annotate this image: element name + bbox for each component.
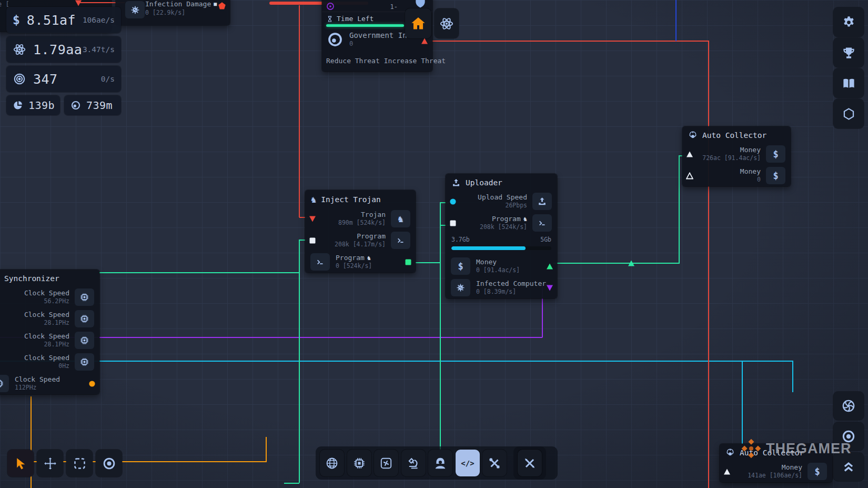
row-label: Money — [740, 167, 761, 176]
corner-chevrons-up-button[interactable] — [833, 453, 864, 481]
chip-icon-button[interactable] — [75, 353, 94, 371]
input-port-tri-up[interactable] — [686, 172, 693, 180]
input-port-tri-up[interactable] — [723, 468, 731, 475]
node-inject-trojan[interactable]: ♞Inject TrojanTrojan890m [524k/s]♞Progra… — [305, 190, 416, 273]
resource-counter-eye[interactable]: 739m — [64, 95, 121, 115]
circle-target-icon — [841, 429, 856, 444]
node-infection-damage[interactable]: Infection Damage ■ 0 [22.9k/s] — [116, 0, 230, 25]
row-label: Upload Speed — [478, 193, 527, 202]
sidebar-hexagon-button[interactable] — [833, 99, 864, 128]
corner-circle-target-button[interactable] — [833, 422, 864, 451]
node-synchronizer[interactable]: SynchronizerClock Speed56.2PHzClock Spee… — [0, 270, 99, 394]
toolbar-design-button[interactable] — [518, 450, 542, 476]
resource-value: 1.79aa — [33, 42, 82, 57]
toolbar-tools-button[interactable] — [482, 450, 507, 476]
hexagon-icon — [842, 107, 856, 121]
row-label: Money — [740, 146, 761, 155]
tool-cursor-button[interactable] — [7, 450, 34, 477]
atom-quick-button[interactable] — [435, 8, 459, 38]
wire-vertical — [679, 155, 680, 263]
tool-move-button[interactable] — [37, 450, 63, 477]
input-port-circle[interactable] — [449, 198, 457, 205]
sidebar-gear-button[interactable] — [833, 7, 864, 37]
node-title-bar[interactable]: Uploader — [446, 174, 557, 191]
input-port-square[interactable] — [309, 237, 316, 244]
resource-rate: 3.47t/s — [83, 45, 115, 54]
increase-threat-button[interactable]: Increase Threat — [383, 54, 447, 68]
resource-rate: 106ae/s — [83, 16, 115, 24]
output-port-circle[interactable] — [88, 380, 96, 387]
node-title-bar[interactable]: Auto Collector — [720, 444, 832, 461]
dollar-icon-button[interactable]: $ — [451, 257, 470, 275]
toolbar-globe-button[interactable] — [320, 450, 344, 476]
dollar-icon-button[interactable]: $ — [766, 145, 785, 163]
toolbar-hacker-button[interactable] — [428, 450, 452, 476]
eye-icon — [70, 100, 81, 111]
shield-icon — [413, 0, 427, 9]
sidebar-book-button[interactable] — [833, 68, 864, 98]
chevrons-up-icon — [841, 460, 856, 474]
dollar-icon-button[interactable]: $ — [766, 167, 785, 184]
toolbar-fan-button[interactable] — [374, 450, 398, 476]
chip-icon-button[interactable] — [75, 288, 94, 306]
row-label: Clock Speed — [24, 332, 69, 341]
virus-icon-button[interactable] — [125, 1, 145, 18]
node-title-bar[interactable]: Synchronizer — [0, 270, 99, 286]
row-value: 0Hz — [58, 362, 69, 370]
resource-counter-atom[interactable]: 1.79aa3.47t/s — [6, 36, 121, 63]
row-label: Clock Speed — [15, 375, 60, 384]
knight-icon-button[interactable]: ♞ — [391, 210, 410, 227]
output-port-tri-down[interactable] — [546, 284, 553, 292]
upload-icon — [451, 178, 461, 187]
hourglass-icon — [326, 15, 334, 23]
input-port-tri-up[interactable] — [686, 151, 693, 158]
wire-vertical — [266, 437, 267, 462]
upload-icon-button[interactable] — [532, 193, 552, 210]
progress-fill — [451, 246, 526, 250]
shutter-icon — [841, 399, 856, 413]
dollar-icon-button[interactable]: $ — [808, 463, 827, 480]
progress-track — [451, 246, 551, 250]
row-value: 28.1PHz — [44, 319, 69, 327]
toolbar-microscope-button[interactable] — [401, 450, 426, 476]
purple-status-icon — [326, 2, 335, 11]
reduce-threat-button[interactable]: Reduce Threat — [325, 54, 381, 68]
row-label: Trojan — [361, 211, 386, 220]
virus-icon-button[interactable] — [451, 279, 470, 296]
output-port-tri-up[interactable] — [546, 263, 553, 270]
resource-counter-target[interactable]: 3470/s — [6, 66, 121, 92]
terminal-icon-button[interactable] — [391, 232, 410, 249]
node-auto-collector-top[interactable]: Auto CollectorMoney726ac [91.4ac/s]$Mone… — [682, 126, 791, 186]
knight-icon: ♞ — [311, 194, 316, 205]
toolbar-chip-button[interactable] — [347, 450, 371, 476]
wire-vertical — [675, 0, 677, 41]
node-title: Uploader — [466, 178, 502, 187]
resource-counter-dollar[interactable]: $8.51af106ae/s — [6, 7, 121, 33]
terminal-icon-button[interactable] — [532, 214, 552, 232]
sidebar-trophy-button[interactable] — [833, 38, 864, 67]
input-port-tri-down[interactable] — [309, 215, 316, 223]
corner-shutter-button[interactable] — [833, 392, 864, 420]
node-uploader[interactable]: UploaderUpload Speed26PbpsProgram♞208k [… — [446, 174, 557, 298]
resource-counter-pie[interactable]: 139b — [6, 95, 60, 115]
wire-vertical — [299, 240, 300, 483]
output-port-square[interactable] — [405, 258, 412, 266]
tools-icon — [488, 456, 501, 470]
chip-icon-button[interactable] — [75, 332, 94, 349]
toolbar-code-button[interactable]: </> — [456, 450, 480, 476]
fan-icon — [379, 456, 393, 470]
wire-vertical — [792, 361, 793, 392]
terminal-icon-button[interactable] — [310, 253, 330, 271]
game-canvas[interactable]: rojan e [ Infection Damage ■ 0 [22.9k/s]… — [0, 0, 868, 488]
chip-icon-button[interactable] — [75, 310, 94, 327]
row-label: Program — [336, 254, 365, 263]
node-title-bar[interactable]: ♞Inject Trojan — [305, 190, 416, 208]
home-button[interactable] — [405, 8, 431, 38]
node-auto-collector-bottom[interactable]: Auto CollectorMoney141ae [106ae/s]$ — [720, 444, 832, 482]
row-value: 56.2PHz — [44, 297, 69, 305]
input-port-square[interactable] — [449, 220, 457, 227]
node-title-bar[interactable]: Auto Collector — [682, 126, 791, 143]
tool-circle-target-button[interactable] — [96, 450, 122, 477]
chip-icon-button[interactable] — [0, 375, 9, 392]
tool-marquee-button[interactable] — [66, 450, 93, 477]
